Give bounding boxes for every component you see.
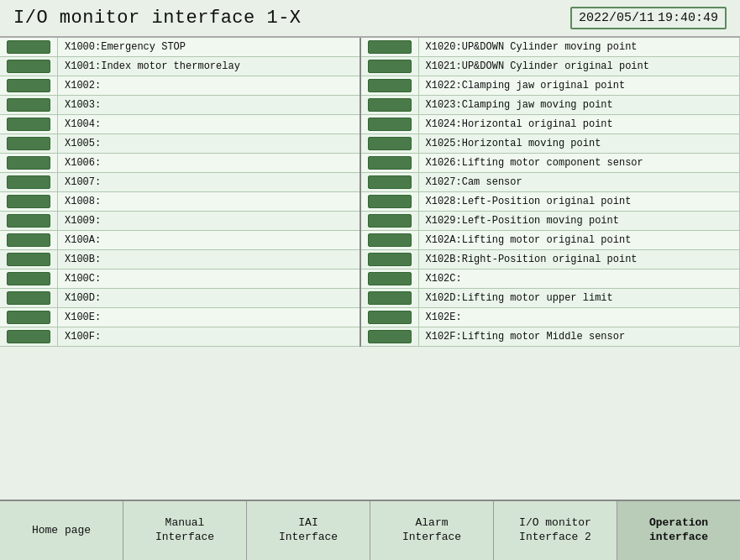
nav-item-0[interactable]: Home page [0,501,123,560]
right-indicator [368,98,412,112]
table-row: X1000:Emergency STOPX1020:UP&DOWN Cylind… [0,38,740,57]
right-indicator [368,60,412,73]
left-label: X100E: [58,308,360,327]
table-row: X1002:X1022:Clamping jaw original point [0,76,740,96]
nav-item-2[interactable]: IAIInterface [247,501,370,560]
right-indicator [368,233,412,247]
left-indicator [7,311,50,324]
page-title: I/O monitor interface 1-X [13,8,302,29]
left-label: X1009: [58,212,360,231]
table-row: X100A:X102A:Lifting motor original point [0,231,740,250]
left-label: X100C: [58,270,360,289]
date-display: 2022/05/11 [579,11,654,25]
io-table: X1000:Emergency STOPX1020:UP&DOWN Cylind… [0,38,740,347]
table-row: X100E:X102E: [0,308,740,327]
nav-item-3[interactable]: AlarmInterface [370,501,494,560]
table-row: X100C:X102C: [0,270,740,289]
navigation-bar: Home pageManualInterfaceIAIInterfaceAlar… [0,500,740,560]
right-indicator [368,79,412,92]
left-label: X100B: [58,250,360,270]
left-indicator [7,195,50,208]
right-label: X1024:Horizontal original point [418,115,740,134]
right-label: X102D:Lifting motor upper limit [418,289,740,308]
left-label: X1000:Emergency STOP [58,38,360,57]
table-row: X100B:X102B:Right-Position original poin… [0,250,740,270]
left-indicator [7,98,50,112]
right-label: X1023:Clamping jaw moving point [418,96,740,115]
left-label: X100D: [58,289,360,308]
left-indicator [7,60,50,73]
content-area: X1000:Emergency STOPX1020:UP&DOWN Cylind… [0,38,740,537]
left-label: X1002: [58,76,360,96]
left-indicator [7,330,50,343]
right-label: X1029:Left-Position moving point [418,212,740,231]
nav-item-5[interactable]: Operationinterface [617,501,740,560]
left-label: X1003: [58,96,360,115]
time-display: 19:40:49 [658,11,718,25]
table-row: X1008:X1028:Left-Position original point [0,192,740,212]
left-label: X1006: [58,154,360,173]
right-indicator [368,195,412,208]
table-row: X1003:X1023:Clamping jaw moving point [0,96,740,115]
right-indicator [368,40,412,54]
left-indicator [7,214,50,228]
right-label: X102E: [418,308,740,327]
right-indicator [368,156,412,170]
right-label: X102A:Lifting motor original point [418,231,740,250]
table-row: X1009:X1029:Left-Position moving point [0,212,740,231]
right-label: X1025:Horizontal moving point [418,134,740,154]
header: I/O monitor interface 1-X 2022/05/11 19:… [0,0,740,38]
left-label: X1004: [58,115,360,134]
nav-item-4[interactable]: I/O monitorInterface 2 [494,501,617,560]
left-label: X1007: [58,173,360,192]
left-indicator [7,253,50,266]
right-indicator [368,253,412,266]
right-indicator [368,330,412,343]
right-label: X1028:Left-Position original point [418,192,740,212]
right-indicator [368,311,412,324]
datetime-display: 2022/05/11 19:40:49 [570,7,727,29]
left-label: X1001:Index motor thermorelay [58,57,360,76]
right-label: X102C: [418,270,740,289]
right-indicator [368,175,412,189]
left-indicator [7,40,50,54]
table-row: X100D:X102D:Lifting motor upper limit [0,289,740,308]
left-label: X100F: [58,327,360,347]
right-label: X1027:Cam sensor [418,173,740,192]
right-label: X1026:Lifting motor component sensor [418,154,740,173]
right-label: X1022:Clamping jaw original point [418,76,740,96]
left-indicator [7,291,50,305]
table-row: X1005:X1025:Horizontal moving point [0,134,740,154]
left-indicator [7,233,50,247]
table-row: X1006:X1026:Lifting motor component sens… [0,154,740,173]
right-label: X102F:Lifting motor Middle sensor [418,327,740,347]
table-row: X100F:X102F:Lifting motor Middle sensor [0,327,740,347]
table-row: X1001:Index motor thermorelayX1021:UP&DO… [0,57,740,76]
nav-item-1[interactable]: ManualInterface [123,501,247,560]
right-indicator [368,118,412,131]
left-indicator [7,175,50,189]
left-indicator [7,79,50,92]
left-label: X100A: [58,231,360,250]
left-indicator [7,137,50,150]
table-row: X1004:X1024:Horizontal original point [0,115,740,134]
right-label: X1021:UP&DOWN Cylinder original point [418,57,740,76]
right-indicator [368,137,412,150]
left-indicator [7,272,50,285]
table-row: X1007:X1027:Cam sensor [0,173,740,192]
right-indicator [368,272,412,285]
left-indicator [7,156,50,170]
right-label: X102B:Right-Position original point [418,250,740,270]
right-indicator [368,291,412,305]
left-label: X1008: [58,192,360,212]
left-indicator [7,118,50,131]
right-label: X1020:UP&DOWN Cylinder moving point [418,38,740,57]
left-label: X1005: [58,134,360,154]
right-indicator [368,214,412,228]
